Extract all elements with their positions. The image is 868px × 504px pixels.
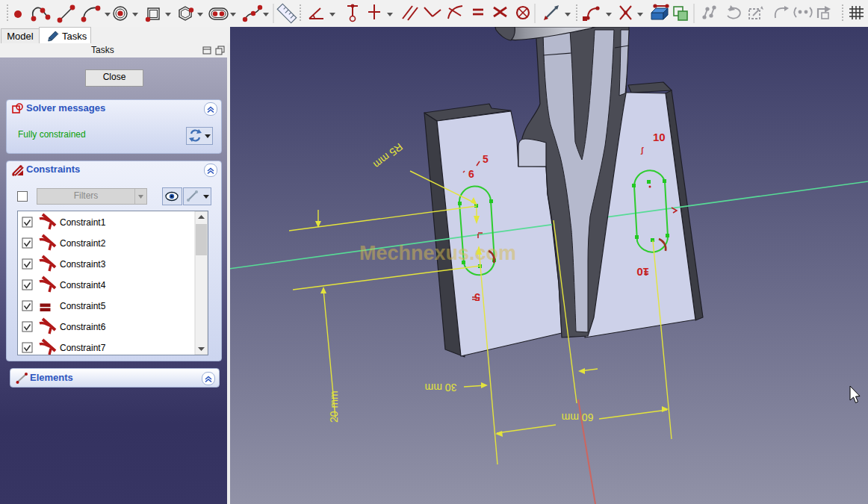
- svg-text:5: 5: [483, 153, 489, 165]
- svg-text:Constraint3: Constraint3: [60, 259, 106, 270]
- svg-text:Constraint5: Constraint5: [60, 301, 106, 311]
- svg-text:Constraint2: Constraint2: [60, 238, 106, 249]
- svg-text:10: 10: [653, 131, 666, 143]
- svg-text:Constraint4: Constraint4: [60, 280, 106, 290]
- svg-text:Constraint6: Constraint6: [60, 322, 106, 332]
- svg-text:30 mm: 30 mm: [425, 382, 457, 393]
- svg-text:Constraint1: Constraint1: [60, 217, 106, 228]
- svg-text:60 mm: 60 mm: [562, 411, 594, 423]
- svg-text:ʃ: ʃ: [640, 146, 644, 155]
- svg-text:20 mm: 20 mm: [328, 391, 340, 423]
- svg-text:Constraint7: Constraint7: [60, 343, 106, 353]
- svg-text:6: 6: [468, 168, 474, 180]
